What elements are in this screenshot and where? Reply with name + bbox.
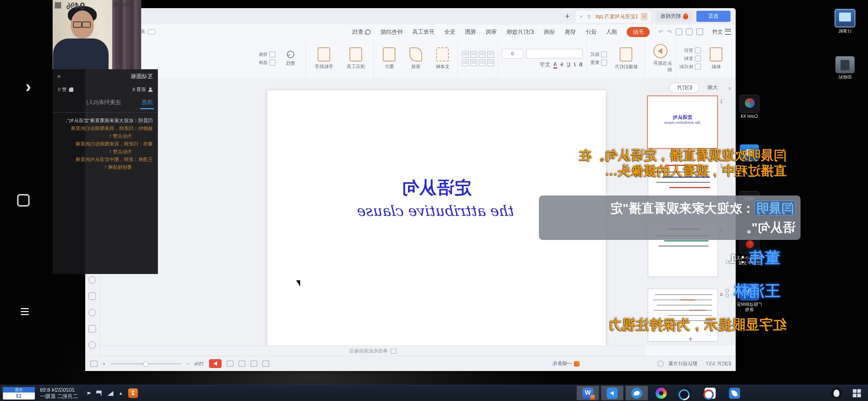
zoom-out-button[interactable]: −: [186, 361, 189, 367]
reset-button[interactable]: 重置: [590, 60, 607, 66]
replace-button[interactable]: 替换: [259, 51, 275, 58]
normal-view-icon[interactable]: [251, 361, 257, 367]
volume-icon[interactable]: [83, 390, 90, 396]
shortcut-gear-icon[interactable]: [657, 361, 664, 367]
menu-developer[interactable]: 开发工具: [412, 29, 434, 36]
menu-slideshow[interactable]: 幻灯片放映: [506, 29, 534, 36]
like-icon[interactable]: [69, 87, 73, 92]
copy-button[interactable]: 复制: [680, 56, 701, 62]
docer-templates-tab[interactable]: 稻壳模板: [656, 11, 693, 22]
color-pane-icon[interactable]: [89, 309, 96, 316]
menu-start-tab[interactable]: 开始: [627, 27, 650, 37]
desktop-icon-computer[interactable]: 计算机: [827, 9, 863, 34]
save-icon[interactable]: [696, 29, 703, 35]
select-button[interactable]: 选择: [259, 60, 275, 66]
desktop-icon-corel[interactable]: Corel X4: [732, 95, 767, 119]
tab-mic-list[interactable]: 连麦列表(0人): [86, 99, 121, 106]
edge-collapse-chevron-icon[interactable]: ‹: [26, 76, 31, 96]
image-pane-icon[interactable]: [89, 293, 96, 300]
shapes-button[interactable]: 形状: [404, 47, 427, 70]
menu-design[interactable]: 设计: [585, 29, 596, 36]
alignment-buttons[interactable]: [462, 51, 494, 66]
zoom-percent[interactable]: 75%: [194, 361, 204, 367]
edge-ring-widget-icon[interactable]: [17, 194, 30, 207]
taskbar-meeting-app[interactable]: [699, 386, 721, 400]
undo-icon[interactable]: ↶: [667, 29, 672, 36]
beautify-button[interactable]: 一键美化: [553, 360, 580, 367]
layout-pane-icon[interactable]: [89, 325, 96, 333]
taskbar-qq-icon[interactable]: [831, 388, 842, 399]
start-button[interactable]: [849, 388, 864, 398]
zoom-in-button[interactable]: +: [103, 361, 106, 367]
menu-find[interactable]: 查找: [352, 29, 371, 36]
taskbar-sogou-browser[interactable]: [675, 386, 697, 400]
notes-toggle-icon[interactable]: [262, 361, 269, 367]
cut-button[interactable]: 剪切: [680, 47, 701, 54]
underline-button[interactable]: U: [567, 62, 570, 68]
reading-view-icon[interactable]: [227, 361, 233, 367]
textbox-button[interactable]: 文本框: [431, 47, 454, 70]
picture-button[interactable]: 图片: [378, 47, 401, 70]
chat-message-list[interactable]: 闫晨明：欢迎大家来观看直播"定语从句"。 杨静怡：闫老师，我来围观你们的直播 为…: [56, 117, 153, 171]
italic-button[interactable]: I: [574, 62, 576, 68]
network-icon[interactable]: [107, 391, 113, 396]
font-color-button[interactable]: A: [553, 61, 557, 68]
menu-view[interactable]: 视图: [465, 29, 476, 36]
document-tab[interactable]: 1定语从句复习.ppt ⚲ ×: [575, 10, 652, 23]
pin-icon[interactable]: ⚲: [587, 14, 591, 20]
add-slide-button[interactable]: +: [646, 335, 736, 344]
layout-button[interactable]: 版式: [590, 51, 607, 58]
taskbar-wps[interactable]: [577, 386, 599, 400]
find-button[interactable]: 查找: [279, 51, 302, 67]
notes-bar[interactable]: 单击此处添加备注: [100, 345, 646, 356]
taskbar-video-app[interactable]: [601, 386, 623, 400]
paste-button[interactable]: 粘贴: [705, 47, 728, 70]
refresh-pane-icon[interactable]: [89, 341, 96, 349]
menu-insert[interactable]: 插入: [606, 29, 617, 36]
menu-review[interactable]: 审阅: [486, 29, 497, 36]
hidden-icons-arrow[interactable]: ▲: [119, 391, 123, 396]
calendar-tray-widget[interactable]: 大吉 13: [3, 387, 35, 400]
text-tool-button[interactable]: 文字: [540, 61, 550, 68]
tab-slides[interactable]: 幻灯片: [670, 83, 699, 93]
zoom-slider[interactable]: [111, 363, 181, 364]
print-icon[interactable]: [686, 29, 693, 35]
taskbar-dingtalk[interactable]: [626, 386, 648, 400]
slide-sorter-icon[interactable]: [239, 361, 245, 367]
font-size-combobox[interactable]: 0: [502, 49, 523, 59]
menu-file[interactable]: 文件: [712, 29, 731, 36]
bold-button[interactable]: B: [579, 62, 583, 68]
menu-animation[interactable]: 动画: [544, 29, 555, 36]
desktop-icon-recycle-bin[interactable]: 回收站: [827, 56, 863, 80]
zoom-slider-knob[interactable]: [143, 361, 149, 367]
edge-menu-bars-icon[interactable]: [21, 308, 29, 317]
menu-features[interactable]: 特色功能: [380, 29, 402, 36]
present-tools-button[interactable]: 演示工具: [342, 47, 370, 70]
preview-icon[interactable]: [676, 29, 682, 35]
fit-slide-icon[interactable]: [90, 361, 97, 367]
action-center-flag-icon[interactable]: [96, 391, 102, 396]
menu-security[interactable]: 安全: [444, 29, 455, 36]
animation-pane-icon[interactable]: [89, 276, 96, 284]
tab-messages[interactable]: 消息: [142, 99, 153, 106]
phone-helper-button[interactable]: 手机助手: [310, 47, 338, 70]
close-panel-icon[interactable]: ×: [57, 73, 61, 80]
taskbar-color-browser[interactable]: [650, 386, 672, 400]
play-from-current-button[interactable]: 从当前开始: [649, 44, 672, 73]
format-painter-button[interactable]: 格式刷: [680, 64, 701, 70]
new-slide-button[interactable]: 新建幻灯片: [611, 47, 641, 70]
taskbar-feather-app[interactable]: [723, 386, 746, 400]
font-name-combobox[interactable]: [526, 49, 583, 59]
tray-orange-badge-icon[interactable]: 2: [128, 388, 138, 398]
strikethrough-button[interactable]: S: [560, 62, 563, 68]
play-slideshow-button[interactable]: [209, 359, 222, 368]
home-tab[interactable]: 首页: [696, 11, 730, 22]
menu-transition[interactable]: 切换: [564, 29, 576, 36]
collapse-panel-icon[interactable]: «: [728, 85, 731, 91]
show-desktop-button[interactable]: [0, 385, 3, 401]
redo-icon[interactable]: ↷: [658, 29, 663, 36]
document-tab-close-icon[interactable]: ×: [580, 14, 583, 20]
slide-thumbnail-1[interactable]: 定语从句 the attributive clause: [647, 96, 718, 149]
tab-outline[interactable]: 大纲: [708, 84, 718, 91]
taskbar-clock[interactable]: 2020/2/24 8:59 二月初二 星期一: [40, 387, 78, 400]
